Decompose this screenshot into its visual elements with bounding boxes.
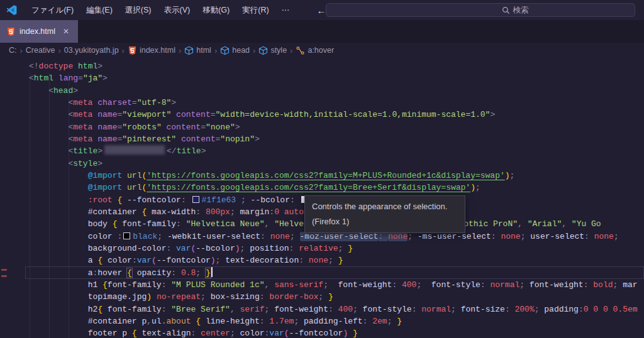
code-line[interactable]: topimage.jpg) no-repeat; box-sizing: bor… bbox=[0, 291, 644, 303]
cube-icon bbox=[258, 46, 268, 55]
tab-bar: index.html ✕ bbox=[0, 20, 644, 43]
code-line[interactable]: <meta name="viewport" content="width=dev… bbox=[0, 109, 644, 121]
breadcrumb-item[interactable]: 03.yukitoyath.jp bbox=[64, 46, 119, 55]
gutter-mark bbox=[1, 269, 7, 271]
code-line[interactable]: <meta name="pinterest" content="nopin"> bbox=[0, 133, 644, 145]
tab-label: index.html bbox=[19, 27, 55, 36]
search-icon bbox=[502, 6, 510, 14]
redacted-text bbox=[104, 145, 165, 155]
cube-icon bbox=[220, 46, 230, 55]
html5-icon bbox=[128, 46, 137, 55]
code-line[interactable]: <!doctype html> bbox=[0, 60, 644, 72]
text-cursor bbox=[211, 267, 213, 277]
code-line[interactable]: <html lang="ja"> bbox=[0, 72, 644, 84]
breadcrumb-separator: › bbox=[58, 46, 60, 55]
rule-icon bbox=[296, 46, 305, 55]
breadcrumb-separator: › bbox=[179, 46, 181, 55]
breadcrumb-separator: › bbox=[122, 46, 125, 55]
color-swatch bbox=[123, 232, 130, 239]
menubar-item[interactable]: ⋯ bbox=[275, 3, 296, 18]
code-line[interactable]: <title></title> bbox=[0, 145, 644, 157]
code-line[interactable]: @import url('https://fonts.googleapis.co… bbox=[0, 182, 644, 194]
code-line[interactable]: <head> bbox=[0, 85, 644, 97]
search-placeholder: 検索 bbox=[513, 5, 529, 16]
breadcrumb-item[interactable]: a:hover bbox=[296, 46, 334, 55]
tooltip-line-2: (Firefox 1) bbox=[312, 217, 458, 226]
code-line[interactable]: h2{ font-family: "Bree Serif", serif; fo… bbox=[0, 303, 644, 315]
code-line[interactable]: #container p,ul.about { line-height: 1.7… bbox=[0, 315, 644, 327]
command-center-search[interactable]: 検索 bbox=[326, 3, 635, 17]
gutter-mark bbox=[1, 275, 7, 277]
color-swatch bbox=[192, 196, 199, 203]
menu-bar: ファイル(F)編集(E)選択(S)表示(V)移動(G)実行(R)⋯ bbox=[25, 3, 296, 18]
breadcrumb-item[interactable]: Creative bbox=[26, 46, 55, 55]
tab-close-icon[interactable]: ✕ bbox=[60, 26, 72, 37]
breadcrumb-item[interactable]: style bbox=[258, 46, 287, 55]
breadcrumb-item[interactable]: C: bbox=[9, 46, 17, 55]
tooltip-line-1: Controls the appearance of selection. bbox=[312, 202, 458, 211]
breadcrumb-separator: › bbox=[214, 46, 217, 55]
code-line[interactable]: <style> bbox=[0, 158, 644, 170]
menubar-item[interactable]: 移動(G) bbox=[196, 3, 236, 18]
code-line[interactable]: <meta name="robots" content="none"> bbox=[0, 121, 644, 133]
breadcrumb: C:›Creative›03.yukitoyath.jp›index.html›… bbox=[0, 43, 644, 58]
tab-index-html[interactable]: index.html ✕ bbox=[0, 20, 78, 43]
code-line[interactable]: <meta charset="utf-8"> bbox=[0, 97, 644, 109]
menubar-item[interactable]: 表示(V) bbox=[157, 3, 196, 18]
menubar-item[interactable]: 選択(S) bbox=[119, 3, 158, 18]
code-line[interactable]: h1 {font-family: "M PLUS Rounded 1c", sa… bbox=[0, 279, 644, 291]
code-line[interactable]: footer p { text-align: center; color:var… bbox=[0, 327, 644, 338]
vscode-window: ファイル(F)編集(E)選択(S)表示(V)移動(G)実行(R)⋯ ← → 検索… bbox=[0, 0, 644, 338]
breadcrumb-separator: › bbox=[20, 46, 23, 55]
title-bar: ファイル(F)編集(E)選択(S)表示(V)移動(G)実行(R)⋯ ← → 検索 bbox=[0, 0, 644, 20]
code-line[interactable]: a { color:var(--fontcolor); text-decorat… bbox=[0, 254, 644, 266]
breadcrumb-item[interactable]: head bbox=[220, 46, 250, 55]
code-line[interactable]: @import url('https://fonts.googleapis.co… bbox=[0, 170, 644, 182]
hover-tooltip: Controls the appearance of selection. (F… bbox=[304, 195, 465, 233]
cube-icon bbox=[184, 46, 194, 55]
breadcrumb-item[interactable]: html bbox=[184, 46, 211, 55]
breadcrumb-separator: › bbox=[290, 46, 292, 55]
menubar-item[interactable]: ファイル(F) bbox=[25, 3, 80, 18]
html5-icon bbox=[6, 27, 16, 36]
vscode-logo-icon bbox=[6, 4, 18, 16]
breadcrumb-item[interactable]: index.html bbox=[128, 46, 175, 55]
breadcrumb-separator: › bbox=[253, 46, 255, 55]
menubar-item[interactable]: 実行(R) bbox=[236, 3, 275, 18]
search-inner: 検索 bbox=[502, 5, 529, 16]
code-line[interactable]: a:hover { opacity: 0.8; } bbox=[0, 267, 644, 279]
menubar-item[interactable]: 編集(E) bbox=[80, 3, 119, 18]
code-line[interactable]: background-color: var(--bcolor); positio… bbox=[0, 243, 644, 254]
